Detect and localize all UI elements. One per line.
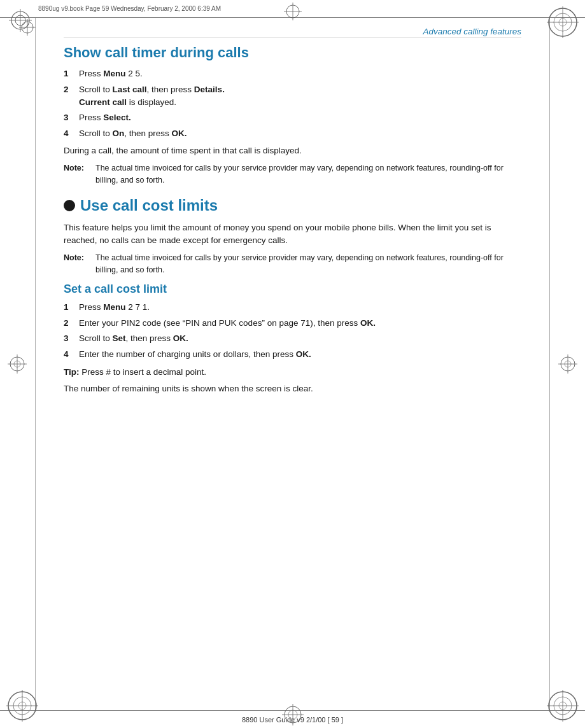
crosshair-tl: [9, 9, 32, 32]
top-bar: 8890ug v9.book Page 59 Wednesday, Februa…: [0, 0, 585, 18]
bullet-section: Use call cost limits: [64, 197, 521, 215]
deco-br: [547, 690, 579, 722]
step2-4: 4 Enter the number of charging units or …: [64, 348, 521, 361]
svg-point-4: [549, 8, 577, 36]
step2-4-text: Enter the number of charging units or do…: [79, 348, 521, 361]
svg-point-0: [11, 11, 29, 29]
left-margin-line: [35, 18, 36, 710]
step-3-text: Press Select.: [79, 111, 521, 124]
h2-title: Set a call cost limit: [64, 283, 521, 297]
svg-point-6: [559, 18, 567, 26]
step2-1-num: 1: [64, 301, 79, 314]
top-bar-text: 8890ug v9.book Page 59 Wednesday, Februa…: [38, 5, 221, 12]
deco-rm: [558, 354, 577, 374]
step-4-num: 4: [64, 127, 79, 140]
deco-bl: [6, 690, 38, 722]
step-3: 3 Press Select.: [64, 111, 521, 124]
h1-title: Show call timer during calls: [64, 45, 521, 61]
step-2-text: Scroll to Last call, then press Details.…: [79, 83, 521, 108]
step-4: 4 Scroll to On, then press OK.: [64, 127, 521, 140]
step2-2-num: 2: [64, 317, 79, 330]
tip-text: Press # to insert a decimal point.: [81, 367, 206, 377]
note-cost-label: Note:: [64, 252, 95, 276]
step2-3-num: 3: [64, 332, 79, 345]
svg-point-34: [22, 22, 33, 33]
steps-section2: 1 Press Menu 2 7 1. 2 Enter your PIN2 co…: [64, 301, 521, 360]
tip-block: Tip: Press # to insert a decimal point.: [64, 366, 521, 379]
svg-point-28: [565, 361, 571, 367]
step-3-num: 3: [64, 111, 79, 124]
deco-lm: [8, 354, 27, 374]
svg-point-15: [288, 710, 297, 719]
section-header-text: Advanced calling features: [423, 27, 521, 36]
svg-point-9: [8, 692, 36, 720]
bullet-heading: Use call cost limits: [80, 197, 218, 215]
svg-point-23: [10, 357, 24, 371]
section-header: Advanced calling features: [64, 27, 521, 38]
svg-point-14: [285, 706, 301, 723]
svg-point-24: [14, 361, 20, 367]
svg-point-31: [286, 5, 299, 18]
note-cost-text: The actual time invoiced for calls by yo…: [95, 252, 521, 276]
step2-2: 2 Enter your PIN2 code (see “PIN and PUK…: [64, 317, 521, 330]
deco-tc: [284, 3, 302, 20]
steps-section1: 1 Press Menu 2 5. 2 Scroll to Last call,…: [64, 67, 521, 139]
step2-3: 3 Scroll to Set, then press OK.: [64, 332, 521, 345]
step2-3-text: Scroll to Set, then press OK.: [79, 332, 521, 345]
svg-point-18: [549, 692, 577, 720]
para-cost1: This feature helps you limit the amount …: [64, 221, 521, 248]
svg-point-19: [554, 697, 572, 715]
note-timer-text: The actual time invoiced for calls by yo…: [95, 162, 521, 186]
step-1-num: 1: [64, 67, 79, 80]
svg-point-1: [15, 15, 25, 25]
svg-point-20: [559, 702, 567, 710]
step2-4-num: 4: [64, 348, 79, 361]
bottom-bar-text: 8890 User Guide v9 2/1/00 [ 59 ]: [242, 716, 343, 724]
step-1-text: Press Menu 2 5.: [79, 67, 521, 80]
svg-point-27: [561, 357, 575, 371]
bottom-bar: 8890 User Guide v9 2/1/00 [ 59 ]: [0, 710, 585, 728]
svg-point-10: [13, 697, 31, 715]
deco-tr: [547, 6, 579, 38]
right-margin-line: [549, 18, 550, 710]
step-1: 1 Press Menu 2 5.: [64, 67, 521, 80]
bullet-dot: [64, 200, 75, 211]
step-2: 2 Scroll to Last call, then press Detail…: [64, 83, 521, 108]
step2-1-text: Press Menu 2 7 1.: [79, 301, 521, 314]
note-timer-label: Note:: [64, 162, 95, 186]
step-2-num: 2: [64, 83, 79, 108]
step-4-text: Scroll to On, then press OK.: [79, 127, 521, 140]
step2-1: 1 Press Menu 2 7 1.: [64, 301, 521, 314]
deco-tl2: [19, 19, 36, 36]
note-cost: Note: The actual time invoiced for calls…: [64, 252, 521, 276]
svg-point-5: [554, 13, 572, 31]
main-content: Advanced calling features Show call time…: [51, 20, 534, 708]
step2-2-text: Enter your PIN2 code (see “PIN and PUK c…: [79, 317, 521, 330]
tip-label: Tip:: [64, 367, 80, 377]
para-remaining: The number of remaining units is shown w…: [64, 382, 521, 395]
svg-point-11: [18, 702, 26, 710]
para-timer: During a call, the amount of time spent …: [64, 144, 521, 157]
note-timer: Note: The actual time invoiced for calls…: [64, 162, 521, 186]
